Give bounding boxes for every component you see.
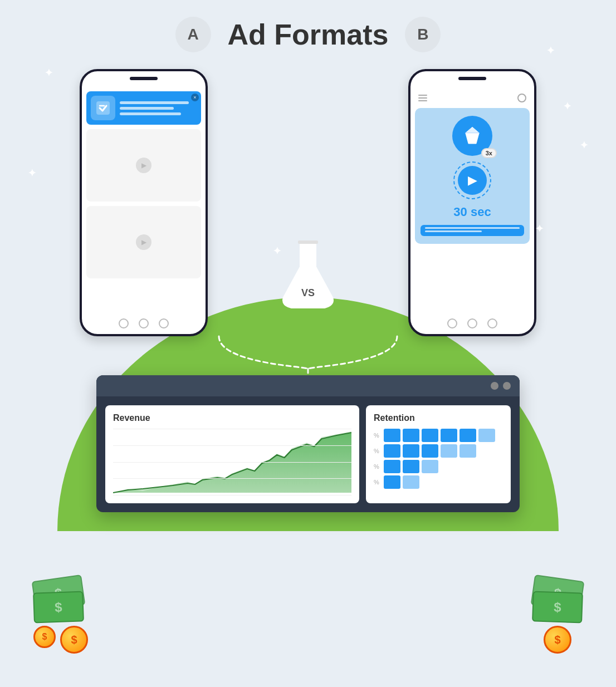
ret-cell-2-5 xyxy=(459,444,476,458)
dashboard-content: Revenue xyxy=(96,396,520,503)
ret-cell-2-4 xyxy=(441,444,457,458)
ret-cell-4-4 xyxy=(441,475,457,489)
ret-cell-4-3 xyxy=(422,475,438,489)
ret-cell-3-5 xyxy=(459,460,476,473)
ret-cell-1-2 xyxy=(403,429,419,442)
phone-card-1: ▶ xyxy=(86,129,201,202)
gridline-4 xyxy=(113,478,351,479)
ret-cell-1-1 xyxy=(384,429,400,442)
diamond-badge: 3x xyxy=(452,116,492,156)
multiplier-badge: 3x xyxy=(481,148,497,158)
ret-label-4: % xyxy=(374,479,382,485)
phone-dot-1 xyxy=(119,318,129,328)
money-bill-left-2 xyxy=(33,591,84,623)
hamburger-line-2 xyxy=(418,97,427,99)
revenue-chart xyxy=(113,429,351,495)
gridline-2 xyxy=(113,445,351,446)
ad-banner-line-1 xyxy=(120,101,189,104)
ret-cell-3-4 xyxy=(441,460,457,473)
dashboard-header xyxy=(96,375,520,396)
diamond-icon xyxy=(461,124,484,148)
phone-b-bottom xyxy=(410,318,534,328)
ret-cell-2-3 xyxy=(422,444,438,458)
phone-b: 3x ▶ 30 sec xyxy=(408,69,536,336)
ad-banner-lines xyxy=(120,101,197,115)
vs-flask: VS xyxy=(275,236,341,314)
money-bill-right-2 xyxy=(532,591,583,623)
phone-b-content: 3x ▶ 30 sec xyxy=(410,87,534,248)
sparkle-3: ✦ xyxy=(563,100,571,112)
hamburger-line-1 xyxy=(418,95,427,96)
phone-a-content: × ▶ ▶ xyxy=(82,87,206,287)
ad-btn-line-2 xyxy=(425,230,482,232)
coin-right-1: $ xyxy=(544,626,571,654)
play-inner: ▶ xyxy=(458,166,487,195)
ret-cell-3-6 xyxy=(478,460,495,473)
money-right: $ xyxy=(532,578,583,654)
ret-cell-1-4 xyxy=(441,429,457,442)
ret-cell-1-3 xyxy=(422,429,438,442)
ad-banner-line-2 xyxy=(120,107,174,110)
dashboard-dot-1 xyxy=(491,382,498,390)
retention-title: Retention xyxy=(374,413,503,423)
retention-row-3: % xyxy=(374,460,503,473)
sparkle-1: ✦ xyxy=(45,67,53,79)
gridline-1 xyxy=(113,429,351,429)
phone-b-dot-1 xyxy=(447,318,457,328)
phone-b-dot-3 xyxy=(487,318,497,328)
phone-b-dot-2 xyxy=(467,318,477,328)
ret-label-3: % xyxy=(374,463,382,470)
ret-cell-2-2 xyxy=(403,444,419,458)
ret-cell-4-6 xyxy=(478,475,495,489)
ret-cell-4-5 xyxy=(459,475,476,489)
play-icon-2: ▶ xyxy=(136,234,151,250)
ret-label-2: % xyxy=(374,448,382,454)
arrows-svg xyxy=(141,331,475,375)
svg-rect-1 xyxy=(298,241,318,244)
play-icon-1: ▶ xyxy=(136,158,151,173)
sparkle-5: ✦ xyxy=(580,139,588,151)
retention-row-2: % xyxy=(374,444,503,458)
ret-cell-2-6 xyxy=(478,444,495,458)
ret-cell-1-6 xyxy=(478,429,495,442)
phone-a: × ▶ ▶ xyxy=(80,69,208,336)
revenue-chart-title: Revenue xyxy=(113,413,351,423)
hamburger-icon xyxy=(418,95,427,101)
ret-cell-2-1 xyxy=(384,444,400,458)
dashboard-dot-2 xyxy=(503,382,511,390)
chart-gridlines xyxy=(113,429,351,495)
gridline-3 xyxy=(113,462,351,463)
money-left: $ $ xyxy=(33,578,88,654)
phones-container: × ▶ ▶ VS xyxy=(0,69,616,336)
play-button-rewarded[interactable]: ▶ xyxy=(453,161,491,199)
dashboard: Revenue xyxy=(96,375,520,512)
badge-a: A xyxy=(175,17,211,52)
ret-label-1: % xyxy=(374,432,382,439)
ret-cell-4-1 xyxy=(384,475,400,489)
svg-text:VS: VS xyxy=(301,287,315,298)
timer-label: 30 sec xyxy=(453,205,491,219)
retention-grid: % % xyxy=(374,429,503,489)
svg-rect-0 xyxy=(96,101,110,115)
phone-dot-3 xyxy=(159,318,169,328)
ret-cell-3-3 xyxy=(422,460,438,473)
ad-close-button[interactable]: × xyxy=(191,94,199,101)
retention-section: Retention % % xyxy=(366,405,511,503)
sparkle-6: ✦ xyxy=(273,245,281,257)
phone-a-bottom xyxy=(82,318,206,328)
gridline-5 xyxy=(113,495,351,495)
retention-row-1: % xyxy=(374,429,503,442)
hamburger-line-3 xyxy=(418,100,427,101)
ad-banner: × xyxy=(86,91,201,125)
rewarded-ad: 3x ▶ 30 sec xyxy=(415,108,530,244)
header: A Ad Formats B xyxy=(0,0,616,52)
phone-b-top-bar xyxy=(415,91,530,105)
ret-cell-3-1 xyxy=(384,460,400,473)
coin-left-2: $ xyxy=(60,626,88,654)
coin-left-1: $ xyxy=(33,626,56,648)
ret-cell-4-2 xyxy=(403,475,419,489)
badge-b: B xyxy=(405,17,441,52)
flask-svg: VS xyxy=(275,236,341,314)
ad-button-bar xyxy=(421,225,524,236)
svg-marker-4 xyxy=(466,127,480,133)
